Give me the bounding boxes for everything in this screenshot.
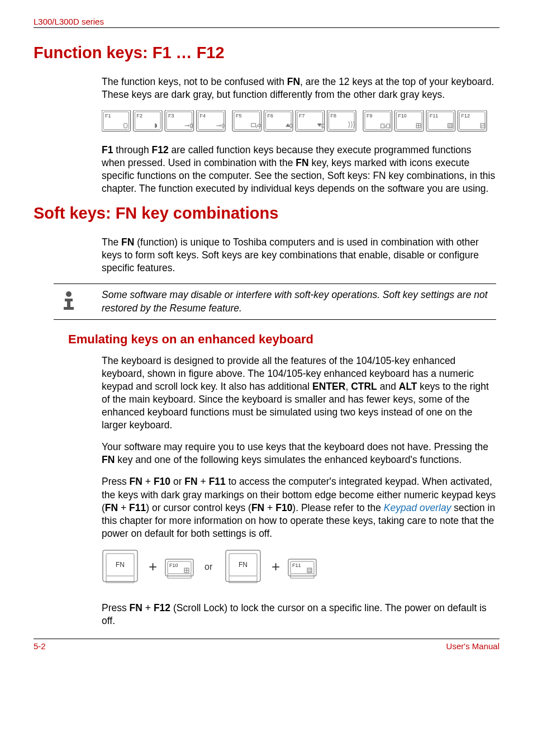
alt-label: ALT [399,381,417,392]
combo-or-label: or [204,562,213,571]
f11-label: F11 [129,502,146,513]
text: + [198,476,209,487]
fn-label: FN [287,76,300,87]
combo-f10-label: F10 [169,563,178,568]
key-f8-label: F8 [331,113,336,119]
section1-para1: The function keys, not to be confused wi… [102,75,496,101]
fn-label: FN [105,502,118,513]
f10-label: F10 [275,502,292,513]
key-f12-label: F12 [461,113,469,119]
text: (function) is unique to Toshiba computer… [102,237,479,273]
fn-label: FN [251,502,264,513]
svg-rect-19 [64,307,74,310]
key-f3-label: F3 [168,113,174,119]
note-text: Some software may disable or interfere w… [84,289,493,314]
text: Press [102,602,130,613]
key-f7-label: F7 [299,113,304,119]
text: or [170,476,184,487]
key-f5-label: F5 [236,113,241,119]
footer-manual-label: User's Manual [446,641,499,651]
text: + [142,476,154,487]
combo-plus-2: + [272,558,280,575]
svg-point-16 [66,291,72,297]
combo-fn-label-1: FN [116,561,125,569]
section2-subtitle: Emulating keys on an enhanced keyboard [68,332,499,347]
text: , [345,381,351,392]
text: ). Please refer to the [292,502,383,513]
text: + [264,502,275,513]
fn-label: FN [121,237,134,248]
section1-para2: F1 through F12 are called function keys … [102,144,496,195]
key-f2-label: F2 [137,113,142,119]
fn-label: FN [130,476,142,487]
f10-label: F10 [154,476,170,487]
text: Press [102,476,130,487]
text: key and one of the following keys simula… [115,454,461,465]
enter-label: ENTER [312,381,345,392]
ctrl-label: CTRL [351,381,377,392]
info-icon [54,289,84,311]
function-key-row-figure: F1 F2 F3 F4 F5/ F6 F7 F8 F9/ F10 F11 F12 [102,110,496,134]
text: ) or cursor control keys ( [146,502,251,513]
fn-label: FN [184,476,197,487]
fn-label: FN [102,454,115,465]
section2-para3: Your software may require you to use key… [102,441,496,466]
section2-title: Soft keys: FN key combinations [34,204,499,223]
svg-rect-18 [67,299,70,308]
note-block: Some software may disable or interfere w… [54,284,496,319]
combo-fn-label-2: FN [239,561,248,569]
text: Your software may require you to use key… [102,441,488,452]
text: and [377,381,399,392]
section1-title: Function keys: F1 … F12 [34,44,499,62]
fn-label: FN [130,602,142,613]
f12-label: F12 [152,144,169,155]
text: through [113,144,151,155]
combo-plus-1: + [149,558,157,575]
text: + [142,602,154,613]
key-f1-label: F1 [105,113,111,119]
text: The [102,237,121,248]
combo-f11-label: F11 [292,563,301,568]
keypad-overlay-link[interactable]: Keypad overlay [384,502,451,513]
f11-label: F11 [209,476,226,487]
key-f9-label: F9 [367,113,372,119]
footer-page-number: 5-2 [34,641,46,651]
key-f11-label: F11 [430,113,438,119]
section2-para1: The FN (function) is unique to Toshiba c… [102,236,496,275]
page-footer: 5-2 User's Manual [34,639,499,651]
header-series: L300/L300D series [34,17,499,28]
key-f4-label: F4 [200,113,206,119]
fn-label: FN [296,157,308,168]
fn-combo-figure: FN + F10 or FN + F11 [102,549,499,590]
text: The function keys, not to be confused wi… [102,76,287,87]
text: + [118,502,129,513]
key-f10-label: F10 [398,113,406,119]
section2-para4: Press FN + F10 or FN + F11 to access the… [102,475,496,540]
key-f6-label: F6 [267,113,273,119]
f1-label: F1 [102,144,113,155]
section2-para2: The keyboard is designed to provide all … [102,355,496,432]
section2-para5: Press FN + F12 (Scroll Lock) to lock the… [102,602,496,627]
f12-label: F12 [154,602,170,613]
